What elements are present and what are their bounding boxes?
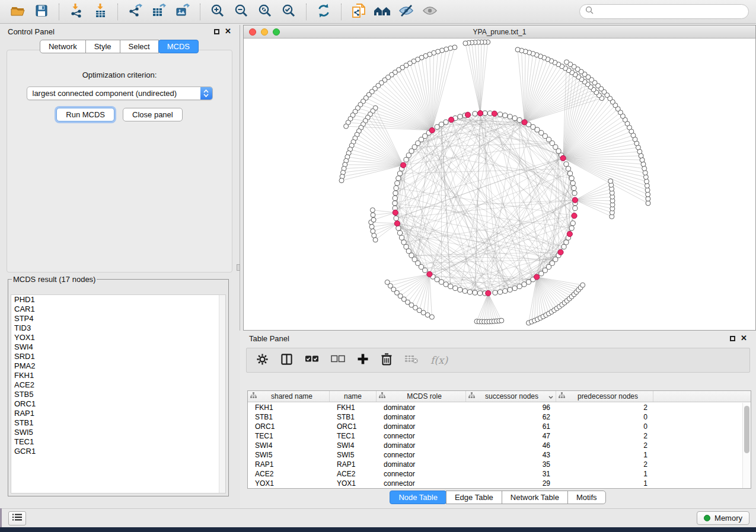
column-header-MCDS-role[interactable]: MCDS role <box>377 391 466 402</box>
duplicate-network-button[interactable] <box>348 2 369 21</box>
select-all-columns-button[interactable] <box>305 355 319 366</box>
table-header-row: shared namenameMCDS rolesuccessor nodesp… <box>248 391 751 402</box>
toolbar-separator <box>59 4 59 20</box>
tree-hierarchy-icon <box>379 392 385 400</box>
node-table[interactable]: shared namenameMCDS rolesuccessor nodesp… <box>247 390 751 489</box>
float-panel-icon[interactable] <box>214 29 219 34</box>
table-row[interactable]: YOX1YOX1connector291 <box>248 479 742 488</box>
splitter-handle[interactable] <box>237 264 240 271</box>
function-builder-button[interactable]: f(x) <box>430 354 448 366</box>
table-row[interactable]: RAP1RAP1dominator352 <box>248 460 742 469</box>
open-file-button[interactable] <box>7 2 28 21</box>
table-row[interactable]: STB1STB1dominator620 <box>248 412 742 422</box>
delete-column-button[interactable] <box>381 352 393 368</box>
float-table-panel-icon[interactable] <box>730 336 735 341</box>
mcds-result-item[interactable]: PHD1 <box>11 295 225 305</box>
table-row[interactable]: SWI4SWI4dominator462 <box>248 441 742 450</box>
memory-button[interactable]: Memory <box>697 511 749 525</box>
mcds-result-item[interactable]: STB1 <box>11 418 225 428</box>
table-cell: connector <box>377 451 466 459</box>
search-field[interactable] <box>579 4 749 19</box>
zoom-fit-button[interactable] <box>254 2 276 21</box>
close-table-panel-icon[interactable]: ✕ <box>741 335 747 341</box>
zoom-selected-button[interactable] <box>278 2 299 21</box>
mcds-result-title: MCDS result (17 nodes) <box>12 275 97 284</box>
checked-checkboxes-icon <box>305 355 319 366</box>
table-tabs: Node Table Edge Table Network Table Moti… <box>240 491 756 504</box>
delete-table-button[interactable] <box>404 354 419 367</box>
hide-selected-button[interactable] <box>395 2 417 21</box>
panel-divider[interactable] <box>240 25 240 331</box>
tab-select[interactable]: Select <box>120 40 159 53</box>
tab-node-table[interactable]: Node Table <box>390 491 446 504</box>
import-table-button[interactable] <box>90 2 111 21</box>
window-close-icon[interactable] <box>249 28 256 36</box>
column-header-predecessor-nodes[interactable]: predecessor nodes <box>556 391 653 402</box>
mcds-result-item[interactable]: ACE2 <box>11 380 225 390</box>
table-cell: connector <box>377 470 466 478</box>
export-network-button[interactable] <box>125 2 146 21</box>
column-header-successor-nodes[interactable]: successor nodes <box>466 391 556 402</box>
close-panel-icon[interactable]: ✕ <box>225 28 231 34</box>
optimization-criterion-select[interactable]: largest connected component (undirected) <box>27 86 213 100</box>
search-input[interactable] <box>597 7 743 16</box>
mcds-result-item[interactable]: TEC1 <box>11 437 225 447</box>
close-panel-button[interactable]: Close panel <box>123 108 183 121</box>
unselect-all-columns-button[interactable] <box>331 355 345 366</box>
mcds-result-item[interactable]: FKH1 <box>11 371 225 380</box>
table-row[interactable]: TEC1TEC1connector472 <box>248 431 742 441</box>
table-row[interactable]: ACE2ACE2connector311 <box>248 469 742 479</box>
split-columns-button[interactable] <box>280 353 293 368</box>
mcds-result-item[interactable]: SWI4 <box>11 342 225 352</box>
mcds-result-item[interactable]: SRD1 <box>11 352 225 361</box>
mcds-result-item[interactable]: STB5 <box>11 390 225 399</box>
refresh-button[interactable] <box>313 2 334 21</box>
window-minimize-icon[interactable] <box>261 28 268 36</box>
table-row[interactable]: FKH1FKH1dominator962 <box>248 403 742 412</box>
tab-mcds[interactable]: MCDS <box>158 40 199 53</box>
tab-network-table[interactable]: Network Table <box>502 491 568 504</box>
mcds-result-item[interactable]: STP4 <box>11 314 225 323</box>
tab-motifs[interactable]: Motifs <box>567 491 606 504</box>
zoom-in-button[interactable] <box>207 2 228 21</box>
mcds-list-scrollbar[interactable] <box>219 295 225 493</box>
table-row[interactable]: ORC1ORC1dominator610 <box>248 422 742 431</box>
network-window-titlebar[interactable]: YPA_prune.txt_1 <box>244 25 755 39</box>
table-settings-button[interactable] <box>256 353 269 368</box>
save-session-button[interactable] <box>31 2 52 21</box>
run-mcds-button[interactable]: Run MCDS <box>56 108 114 121</box>
first-neighbors-button[interactable] <box>372 2 393 21</box>
refresh-icon <box>316 3 331 21</box>
export-image-button[interactable] <box>172 2 193 21</box>
table-cell: ORC1 <box>248 422 330 431</box>
mcds-result-item[interactable]: GCR1 <box>11 447 225 456</box>
import-table-icon <box>93 3 107 21</box>
mcds-result-item[interactable]: SWI5 <box>11 428 225 437</box>
mcds-result-item[interactable]: YOX1 <box>11 333 225 342</box>
network-canvas[interactable] <box>244 39 755 330</box>
table-cell: SWI4 <box>248 441 330 450</box>
tab-style[interactable]: Style <box>85 40 120 53</box>
mcds-result-item[interactable]: RAP1 <box>11 409 225 418</box>
mcds-result-item[interactable]: TID3 <box>11 323 225 333</box>
column-header-name[interactable]: name <box>330 391 377 402</box>
mcds-result-item[interactable]: ORC1 <box>11 399 225 409</box>
add-column-button[interactable] <box>357 353 369 367</box>
export-table-button[interactable] <box>148 2 170 21</box>
import-network-button[interactable] <box>66 2 87 21</box>
table-scrollbar[interactable] <box>742 403 751 488</box>
zoom-out-button[interactable] <box>231 2 252 21</box>
show-all-button[interactable] <box>419 2 441 21</box>
mcds-result-list[interactable]: PHD1CAR1STP4TID3YOX1SWI4SRD1PMA2FKH1ACE2… <box>11 294 226 493</box>
column-header-shared-name[interactable]: shared name <box>248 391 330 402</box>
window-maximize-icon[interactable] <box>273 28 280 36</box>
tab-edge-table[interactable]: Edge Table <box>446 491 502 504</box>
table-cell: 2 <box>556 441 653 450</box>
mcds-result-item[interactable]: PMA2 <box>11 361 225 371</box>
tab-network[interactable]: Network <box>40 40 86 53</box>
task-history-button[interactable] <box>8 511 26 525</box>
table-cell: 1 <box>556 470 653 478</box>
table-scrollbar-thumb[interactable] <box>744 406 749 453</box>
table-row[interactable]: SWI5SWI5connector431 <box>248 450 742 460</box>
mcds-result-item[interactable]: CAR1 <box>11 305 225 314</box>
